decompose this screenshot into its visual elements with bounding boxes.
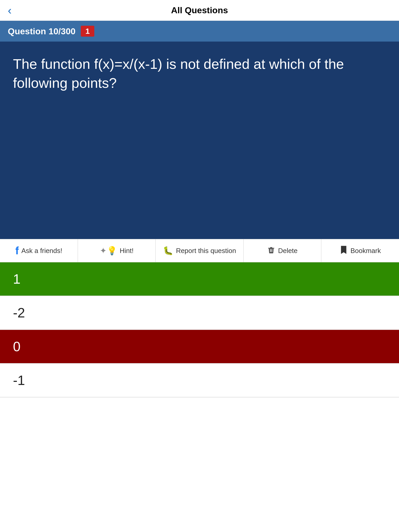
question-header: Question 10/300 1 [0,21,399,42]
answer-option-a4[interactable]: -1 [0,364,399,397]
report-button[interactable]: 🐛 Report this question [156,239,243,262]
question-label: Question 10/300 [8,26,76,36]
top-nav-bar: ‹ All Questions [0,0,399,21]
answer-option-a3[interactable]: 0 [0,330,399,364]
svg-rect-0 [268,248,274,249]
delete-button[interactable]: Delete [244,239,322,262]
lightbulb-icon: ✦💡 [100,246,117,256]
facebook-icon: f [15,245,19,257]
answer-text-a1: 1 [13,271,21,287]
trash-icon [267,246,275,256]
bookmark-label: Bookmark [350,247,381,255]
action-toolbar: f Ask a friends! ✦💡 Hint! 🐛 Report this … [0,239,399,262]
answer-text-a2: -2 [13,305,25,321]
bug-icon: 🐛 [163,246,173,256]
answer-option-a2[interactable]: -2 [0,296,399,330]
back-button[interactable]: ‹ [8,5,12,16]
hint-label: Hint! [120,247,134,255]
ask-friends-label: Ask a friends! [21,247,62,255]
answers-container: 1-20-1 [0,262,399,397]
ask-friends-button[interactable]: f Ask a friends! [0,239,78,262]
nav-title: All Questions [171,5,228,15]
question-badge: 1 [81,26,95,37]
answer-text-a4: -1 [13,373,25,388]
report-label: Report this question [176,247,236,255]
hint-button[interactable]: ✦💡 Hint! [78,239,156,262]
bookmark-icon [340,245,348,256]
question-text: The function f(x)=x/(x-1) is not defined… [13,55,386,92]
answer-option-a1[interactable]: 1 [0,262,399,296]
answer-text-a3: 0 [13,339,21,354]
delete-label: Delete [278,247,297,255]
bookmark-button[interactable]: Bookmark [321,239,399,262]
question-body: The function f(x)=x/(x-1) is not defined… [0,42,399,239]
